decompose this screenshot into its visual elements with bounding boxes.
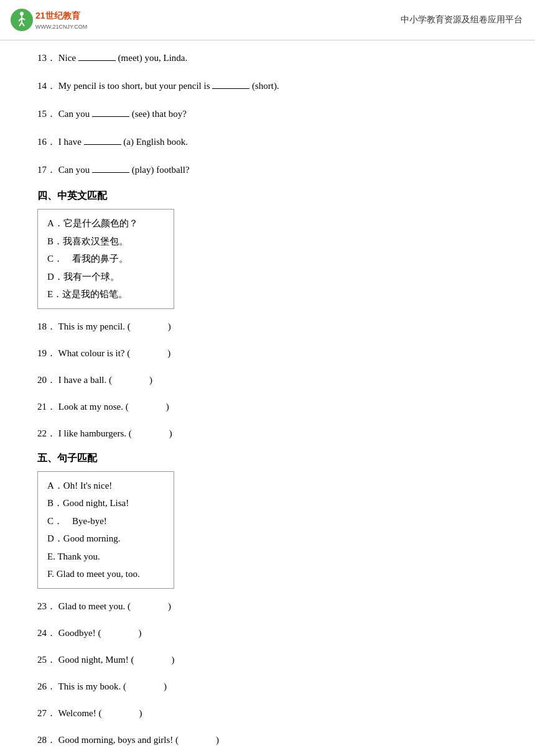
question-23: 23． Glad to meet you. ( ) [37, 598, 498, 615]
q26-num: 26． [37, 681, 56, 691]
question-26: 26． This is my book. ( ) [37, 678, 498, 695]
q20-answer[interactable] [112, 372, 149, 389]
q25-num: 25． [37, 655, 56, 665]
q16-blank[interactable] [84, 144, 121, 145]
header: 21世纪教育 WWW.21CNJY.COM 中小学教育资源及组卷应用平台 [0, 0, 535, 40]
svg-text:WWW.21CNJY.COM: WWW.21CNJY.COM [35, 24, 87, 30]
q19-answer[interactable] [130, 345, 167, 362]
question-16: 16． I have (a) English book. [37, 134, 498, 150]
question-24: 24． Goodbye! ( ) [37, 625, 498, 642]
q22-num: 22． [37, 428, 56, 438]
s4-opt-c: C． 看我的鼻子。 [47, 250, 164, 268]
q16-num: 16． [37, 137, 56, 147]
q15-num: 15． [37, 109, 56, 119]
section5-title: 五、句子匹配 [37, 452, 498, 465]
section4-title: 四、中英文匹配 [37, 190, 498, 203]
q21-num: 21． [37, 402, 56, 412]
q28-answer[interactable] [179, 732, 216, 749]
s4-opt-a: A．它是什么颜色的？ [47, 214, 164, 233]
question-27: 27． Welcome! ( ) [37, 705, 498, 722]
section5-options-box: A．Oh! It's nice! B．Good night, Lisa! C． … [37, 471, 174, 589]
question-25: 25． Good night, Mum! ( ) [37, 652, 498, 668]
question-15: 15． Can you (see) that boy? [37, 106, 498, 122]
q26-answer[interactable] [126, 678, 164, 695]
s5-opt-b: B．Good night, Lisa! [47, 494, 164, 512]
section4-options-box: A．它是什么颜色的？ B．我喜欢汉堡包。 C． 看我的鼻子。 D．我有一个球。 … [37, 209, 174, 309]
s5-opt-e: E. Thank you. [47, 548, 164, 566]
s5-opt-a: A．Oh! It's nice! [47, 477, 164, 495]
question-18: 18． This is my pencil. ( ) [37, 318, 498, 335]
content-area: 13． Nice (meet) you, Linda. 14． My penci… [0, 40, 535, 756]
q23-num: 23． [37, 601, 56, 611]
question-21: 21． Look at my nose. ( ) [37, 399, 498, 415]
logo-icon: 21世纪教育 WWW.21CNJY.COM [9, 5, 90, 35]
question-28: 28． Good morning, boys and girls! ( ) [37, 732, 498, 749]
q21-answer[interactable] [129, 399, 166, 415]
q20-num: 20． [37, 375, 56, 385]
s5-opt-d: D．Good morning. [47, 530, 164, 548]
s4-opt-d: D．我有一个球。 [47, 268, 164, 286]
s4-opt-e: E．这是我的铅笔。 [47, 285, 164, 303]
q15-blank[interactable] [92, 116, 129, 117]
s5-opt-c: C． Bye-bye! [47, 512, 164, 530]
svg-point-1 [20, 12, 24, 16]
question-17: 17． Can you (play) football? [37, 162, 498, 178]
section3-questions: 13． Nice (meet) you, Linda. 14． My penci… [37, 50, 498, 178]
q17-blank[interactable] [92, 172, 129, 173]
q24-answer[interactable] [101, 625, 138, 642]
section4-questions: 18． This is my pencil. ( ) 19． What colo… [37, 318, 498, 442]
question-22: 22． I like hamburgers. ( ) [37, 425, 498, 442]
platform-text: 中小学教育资源及组卷应用平台 [401, 14, 523, 25]
q13-num: 13． [37, 53, 56, 63]
logo-area: 21世纪教育 WWW.21CNJY.COM [9, 5, 90, 35]
q27-answer[interactable] [101, 705, 139, 722]
q23-answer[interactable] [131, 598, 168, 615]
question-13: 13． Nice (meet) you, Linda. [37, 50, 498, 67]
q22-answer[interactable] [132, 425, 169, 442]
s5-opt-f: F. Glad to meet you, too. [47, 565, 164, 583]
q18-answer[interactable] [131, 318, 168, 335]
q27-num: 27． [37, 708, 56, 718]
q17-num: 17． [37, 165, 56, 175]
section5-questions: 23． Glad to meet you. ( ) 24． Goodbye! (… [37, 598, 498, 749]
q14-blank[interactable] [212, 88, 249, 89]
q18-num: 18． [37, 321, 56, 331]
q14-num: 14． [37, 81, 56, 91]
q28-num: 28． [37, 735, 56, 745]
q19-num: 19． [37, 348, 56, 358]
q13-blank[interactable] [78, 60, 116, 61]
question-14: 14． My pencil is too short, but your pen… [37, 78, 498, 94]
question-20: 20． I have a ball. ( ) [37, 372, 498, 389]
question-19: 19． What colour is it? ( ) [37, 345, 498, 362]
q24-num: 24． [37, 628, 56, 638]
s4-opt-b: B．我喜欢汉堡包。 [47, 233, 164, 251]
svg-text:21世纪教育: 21世纪教育 [35, 11, 81, 21]
q25-answer[interactable] [134, 652, 171, 668]
